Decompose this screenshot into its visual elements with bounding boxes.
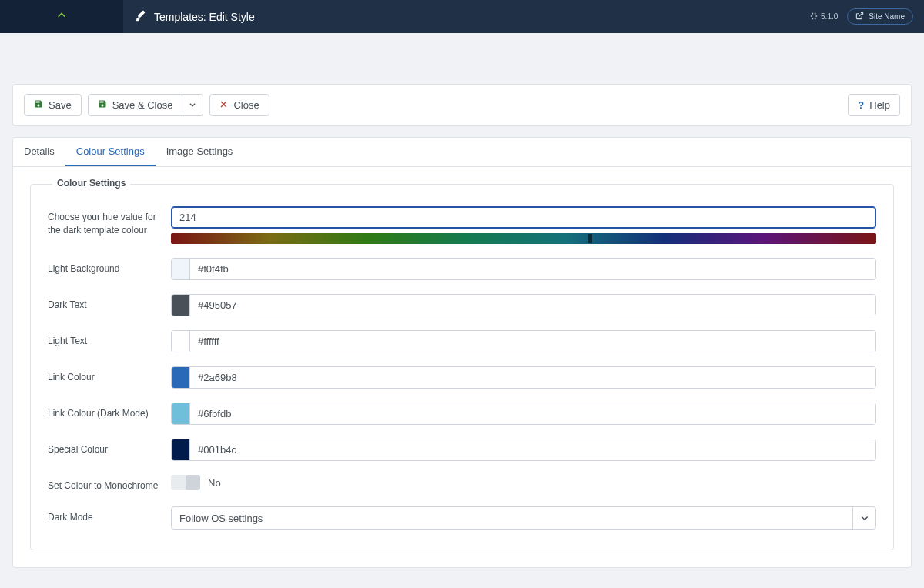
tab-image-settings[interactable]: Image Settings [156,138,244,166]
save-close-button[interactable]: Save & Close [88,94,183,116]
chevron-down-icon [189,99,196,111]
tab-colour-settings[interactable]: Colour Settings [65,138,156,166]
tab-details[interactable]: Details [13,138,65,166]
hue-input[interactable] [171,206,876,229]
dark-text-input[interactable] [190,295,875,316]
sidebar-toggle[interactable] [0,0,123,33]
link-dark-field [171,403,876,425]
save-close-dropdown[interactable] [182,94,203,116]
link-colour-label: Link Colour [48,366,171,384]
monochrome-toggle[interactable] [171,475,200,490]
dark-mode-select[interactable]: Follow OS settings [171,506,876,530]
chevron-up-icon [56,10,67,23]
chevron-down-icon [852,507,875,529]
save-icon [98,99,107,111]
special-colour-label: Special Colour [48,439,171,456]
toggle-knob [186,475,200,490]
light-bg-swatch[interactable] [172,259,190,279]
link-dark-label: Link Colour (Dark Mode) [48,403,171,420]
link-colour-input[interactable] [190,367,875,388]
joomla-icon [810,12,818,22]
svg-line-0 [859,12,863,16]
save-button[interactable]: Save [24,94,82,116]
light-text-field [171,330,876,352]
hue-label: Choose your hue value for the dark templ… [48,206,171,238]
monochrome-state: No [208,477,221,489]
fieldset-legend: Colour Settings [52,178,130,189]
help-button[interactable]: ? Help [848,94,900,116]
save-close-label: Save & Close [112,99,173,111]
light-text-label: Light Text [48,330,171,348]
special-colour-swatch[interactable] [172,439,190,460]
question-icon: ? [858,99,864,111]
dark-text-label: Dark Text [48,294,171,312]
hue-slider[interactable] [171,233,876,244]
tabs: Details Colour Settings Image Settings [13,138,911,167]
page-title-wrap: Templates: Edit Style [123,9,255,24]
special-colour-input[interactable] [190,439,875,460]
light-bg-label: Light Background [48,258,171,276]
page-title: Templates: Edit Style [154,11,255,23]
version-text: 5.1.0 [821,12,838,21]
save-label: Save [49,99,72,111]
site-link[interactable]: Site Name [847,8,913,25]
close-label: Close [233,99,259,111]
close-icon [219,99,228,111]
link-colour-field [171,366,876,389]
external-link-icon [855,12,864,22]
site-name: Site Name [869,12,905,21]
settings-panel: Details Colour Settings Image Settings C… [12,137,912,568]
link-colour-swatch[interactable] [172,367,190,388]
special-colour-field [171,439,876,461]
link-dark-swatch[interactable] [172,403,190,424]
toolbar: Save Save & Close Close ? Help [12,84,912,126]
top-bar: Templates: Edit Style 5.1.0 Site Name [0,0,924,33]
light-text-swatch[interactable] [172,331,190,352]
help-label: Help [869,99,890,111]
dark-mode-value: Follow OS settings [179,513,263,524]
dark-text-field [171,294,876,316]
light-text-input[interactable] [190,331,875,352]
colour-settings-fieldset: Colour Settings Choose your hue value fo… [30,184,894,550]
version-badge[interactable]: 5.1.0 [810,12,838,22]
light-bg-field [171,258,876,280]
link-dark-input[interactable] [190,403,875,424]
close-button[interactable]: Close [209,94,269,116]
monochrome-label: Set Colour to Monochrome [48,475,171,493]
save-icon [34,99,43,111]
light-bg-input[interactable] [190,259,875,279]
brush-icon [134,9,146,24]
hue-slider-handle[interactable] [588,234,592,243]
dark-text-swatch[interactable] [172,295,190,316]
dark-mode-label: Dark Mode [48,506,171,524]
